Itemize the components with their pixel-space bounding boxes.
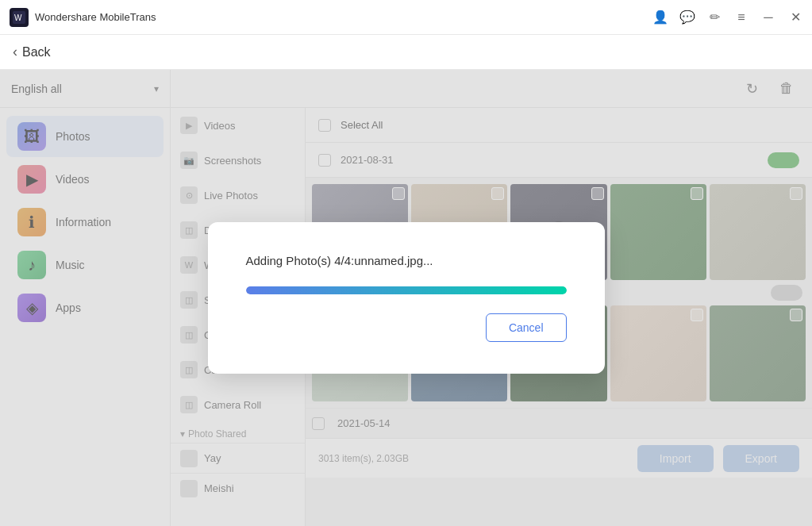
- back-label: Back: [22, 45, 51, 60]
- progress-bar-track: [246, 286, 567, 294]
- close-icon[interactable]: ✕: [788, 10, 802, 25]
- titlebar: W Wondershare MobileTrans 👤 💬 ✏ ≡ ─ ✕: [0, 0, 812, 35]
- back-arrow-icon: ‹: [13, 44, 17, 60]
- menu-icon[interactable]: ≡: [734, 10, 749, 25]
- progress-cancel-row: Cancel: [246, 313, 567, 342]
- edit-icon[interactable]: ✏: [707, 10, 722, 25]
- progress-message: Adding Photo(s) 4/4:unnamed.jpg...: [246, 254, 567, 267]
- progress-dialog: Adding Photo(s) 4/4:unnamed.jpg... Cance…: [208, 222, 605, 374]
- window-controls: 👤 💬 ✏ ≡ ─ ✕: [653, 10, 802, 25]
- back-button[interactable]: ‹ Back: [13, 44, 51, 60]
- svg-text:W: W: [14, 13, 22, 22]
- modal-overlay: Adding Photo(s) 4/4:unnamed.jpg... Cance…: [0, 70, 812, 526]
- progress-bar-fill: [246, 286, 567, 294]
- account-icon[interactable]: 👤: [653, 10, 668, 25]
- minimize-icon[interactable]: ─: [761, 10, 775, 25]
- back-bar: ‹ Back: [0, 35, 812, 70]
- app-title: Wondershare MobileTrans: [35, 11, 156, 23]
- cancel-button[interactable]: Cancel: [486, 313, 567, 342]
- app-logo: W: [10, 8, 29, 27]
- feedback-icon[interactable]: 💬: [680, 10, 695, 25]
- main-layout: English all ▾ 🖼 Photos ▶ Videos ℹ Inform…: [0, 70, 812, 526]
